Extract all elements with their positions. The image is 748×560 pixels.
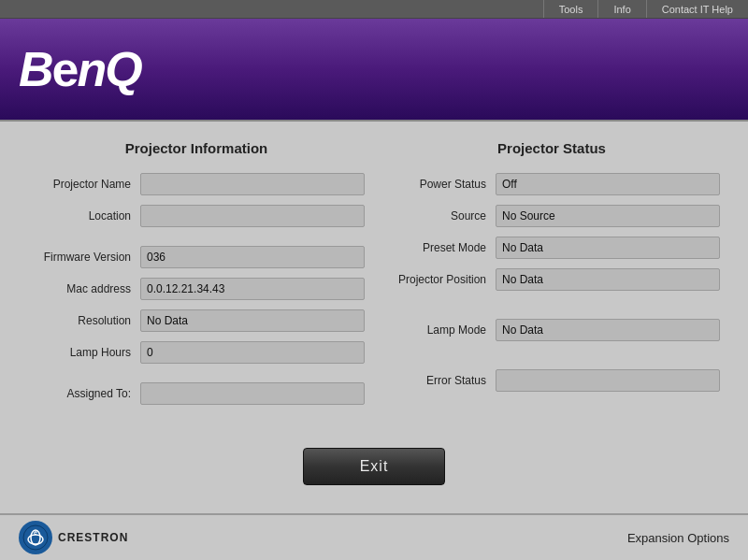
firmware-input[interactable] [140,246,365,268]
projector-position-input[interactable] [496,268,720,291]
info-grid: Projector Information Projector Name Loc… [28,140,720,429]
error-status-row: Error Status [383,369,720,392]
tools-nav[interactable]: Tools [543,0,598,18]
power-status-row: Power Status [383,173,720,195]
power-status-input[interactable] [496,173,720,195]
power-status-label: Power Status [383,178,496,191]
preset-mode-input[interactable] [496,237,720,259]
source-input[interactable] [496,205,720,227]
projector-name-label: Projector Name [28,178,140,191]
crestron-logo: e CRESTRON [19,521,128,554]
lamp-hours-input[interactable] [140,341,365,364]
expansion-options-label: Expansion Options [627,531,729,545]
firmware-label: Firmware Version [28,251,140,264]
resolution-label: Resolution [28,314,140,327]
firmware-row: Firmware Version [28,246,365,268]
lamp-hours-row: Lamp Hours [28,341,365,364]
error-status-input[interactable] [496,369,720,392]
crestron-label: CRESTRON [58,531,128,544]
crestron-icon: e [19,521,52,554]
exit-section: Exit [28,448,720,495]
projector-name-row: Projector Name [28,173,365,195]
info-nav[interactable]: Info [597,0,645,18]
assigned-input[interactable] [140,382,365,405]
header: BenQ [0,19,748,122]
location-row: Location [28,205,365,227]
lamp-hours-label: Lamp Hours [28,346,140,359]
mac-row: Mac address [28,278,365,300]
projector-info-title: Projector Information [28,140,365,156]
top-nav-bar: Tools Info Contact IT Help [0,0,748,19]
projector-status-title: Projector Status [383,140,720,156]
footer: e CRESTRON Expansion Options [0,513,748,560]
assigned-row: Assigned To: [28,382,365,405]
projector-status-section: Projector Status Power Status Source Pre… [383,140,720,429]
contact-nav[interactable]: Contact IT Help [646,0,748,18]
source-label: Source [383,209,496,223]
preset-mode-row: Preset Mode [383,237,720,259]
location-input[interactable] [140,205,365,227]
assigned-label: Assigned To: [28,387,140,400]
lamp-mode-input[interactable] [496,319,720,341]
lamp-mode-label: Lamp Mode [383,323,496,337]
error-status-label: Error Status [383,374,496,387]
projector-position-label: Projector Position [383,273,496,286]
lamp-mode-row: Lamp Mode [383,319,720,341]
preset-mode-label: Preset Mode [383,241,496,254]
projector-info-section: Projector Information Projector Name Loc… [28,140,365,429]
mac-input[interactable] [140,278,365,300]
source-row: Source [383,205,720,227]
svg-text:e: e [34,529,37,536]
benq-logo: BenQ [19,45,141,93]
projector-name-input[interactable] [140,173,365,195]
exit-button[interactable]: Exit [303,448,446,485]
projector-position-row: Projector Position [383,268,720,291]
resolution-row: Resolution [28,309,365,332]
mac-label: Mac address [28,282,140,295]
main-content: Projector Information Projector Name Loc… [0,122,748,513]
location-label: Location [28,209,140,223]
resolution-input[interactable] [140,309,365,332]
